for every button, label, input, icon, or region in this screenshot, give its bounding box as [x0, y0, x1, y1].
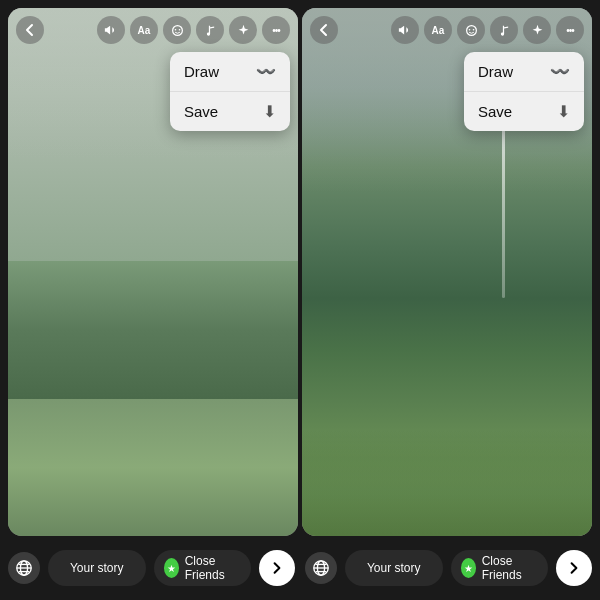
left-panel: Aa	[8, 8, 298, 536]
left-bottom-image	[8, 399, 298, 536]
right-close-friends-label: Close Friends	[482, 554, 538, 582]
right-draw-icon: 〰️	[550, 62, 570, 81]
right-save-label: Save	[478, 103, 512, 120]
right-next-button[interactable]	[556, 550, 592, 586]
svg-point-2	[178, 28, 180, 30]
right-bottom-half: Your story ★ Close Friends	[305, 544, 592, 592]
right-text-icon[interactable]: Aa	[424, 16, 452, 44]
svg-point-4	[468, 28, 470, 30]
left-globe-icon	[8, 552, 40, 584]
right-draw-label: Draw	[478, 63, 513, 80]
left-save-item[interactable]: Save ⬇	[170, 92, 290, 131]
right-waterfall	[502, 114, 505, 299]
left-back-button[interactable]	[16, 16, 44, 44]
left-bottom-half: Your story ★ Close Friends	[8, 544, 295, 592]
left-middle-image	[8, 261, 298, 398]
right-your-story-label: Your story	[367, 561, 421, 575]
right-globe-icon	[305, 552, 337, 584]
right-panel: Aa	[302, 8, 592, 536]
left-draw-item[interactable]: Draw 〰️	[170, 52, 290, 92]
right-friends-dot: ★	[461, 558, 476, 578]
left-next-button[interactable]	[259, 550, 295, 586]
left-close-friends-button[interactable]: ★ Close Friends	[154, 550, 252, 586]
right-trees-overlay	[302, 430, 592, 536]
left-sparkle-icon[interactable]	[229, 16, 257, 44]
right-sparkle-icon[interactable]	[523, 16, 551, 44]
left-volume-icon[interactable]	[97, 16, 125, 44]
right-music-icon[interactable]	[490, 16, 518, 44]
left-your-story-label: Your story	[70, 561, 124, 575]
bottom-divider	[299, 544, 301, 592]
bottom-bar: Your story ★ Close Friends	[0, 536, 600, 600]
right-back-button[interactable]	[310, 16, 338, 44]
left-save-label: Save	[184, 103, 218, 120]
left-dropdown-menu: Draw 〰️ Save ⬇	[170, 52, 290, 131]
left-your-story-button[interactable]: Your story	[48, 550, 146, 586]
left-music-icon[interactable]	[196, 16, 224, 44]
right-toolbar-icons: Aa	[391, 16, 584, 44]
left-more-icon[interactable]: •••	[262, 16, 290, 44]
right-save-item[interactable]: Save ⬇	[464, 92, 584, 131]
right-save-icon: ⬇	[557, 102, 570, 121]
left-top-bar: Aa	[8, 8, 298, 52]
left-text-icon[interactable]: Aa	[130, 16, 158, 44]
svg-point-5	[472, 28, 474, 30]
panels-row: Aa	[0, 0, 600, 536]
svg-point-0	[172, 25, 182, 35]
left-save-icon: ⬇	[263, 102, 276, 121]
left-draw-label: Draw	[184, 63, 219, 80]
left-face-icon[interactable]	[163, 16, 191, 44]
right-close-friends-button[interactable]: ★ Close Friends	[451, 550, 549, 586]
left-friends-dot: ★	[164, 558, 179, 578]
left-draw-icon: 〰️	[256, 62, 276, 81]
svg-point-3	[466, 25, 476, 35]
right-more-icon[interactable]: •••	[556, 16, 584, 44]
right-face-icon[interactable]	[457, 16, 485, 44]
left-toolbar-icons: Aa	[97, 16, 290, 44]
left-close-friends-label: Close Friends	[185, 554, 241, 582]
right-your-story-button[interactable]: Your story	[345, 550, 443, 586]
svg-point-1	[174, 28, 176, 30]
right-dropdown-menu: Draw 〰️ Save ⬇	[464, 52, 584, 131]
right-draw-item[interactable]: Draw 〰️	[464, 52, 584, 92]
right-top-bar: Aa	[302, 8, 592, 52]
right-volume-icon[interactable]	[391, 16, 419, 44]
